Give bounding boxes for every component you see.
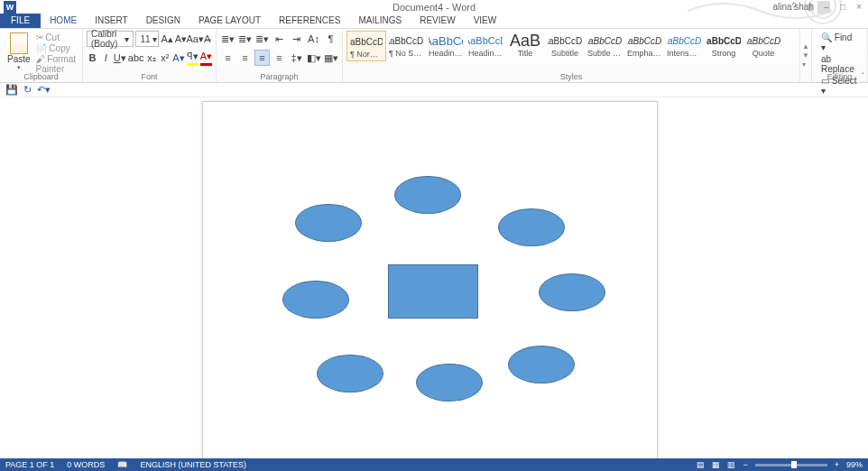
align-right-button[interactable]: ≡: [254, 50, 270, 66]
restore-icon[interactable]: □: [836, 2, 850, 13]
ribbon-options-icon[interactable]: ▯: [803, 2, 817, 13]
multilevel-button[interactable]: ≣▾: [254, 31, 270, 47]
zoom-slider[interactable]: [755, 464, 827, 466]
format-painter-button[interactable]: 🖌 Format Painter: [36, 54, 77, 74]
decrease-indent-button[interactable]: ⇤: [272, 31, 287, 47]
status-bar: PAGE 1 OF 1 0 WORDS 📖 ENGLISH (UNITED ST…: [0, 458, 868, 471]
ribbon-tabs: FILE HOME INSERT DESIGN PAGE LAYOUT REFE…: [0, 14, 868, 29]
style--no-spac-[interactable]: AaBbCcDd¶ No Spac...: [386, 31, 426, 60]
numbering-button[interactable]: ≣▾: [237, 31, 253, 47]
styles-row-down[interactable]: ▼: [802, 51, 809, 60]
editing-group-label: Editing: [827, 72, 853, 81]
style-intense-e-[interactable]: AaBbCcDdIntense E...: [664, 31, 704, 60]
shape-ellipse-1[interactable]: [394, 176, 461, 214]
bullets-button[interactable]: ≣▾: [220, 31, 235, 47]
tab-view[interactable]: VIEW: [465, 14, 506, 28]
shrink-font-button[interactable]: A▾: [175, 31, 187, 47]
font-color-button[interactable]: A▾: [200, 50, 212, 66]
quick-access-toolbar: 💾 ↻ ↶▾: [0, 83, 868, 97]
justify-button[interactable]: ≡: [272, 50, 287, 66]
zoom-level[interactable]: 99%: [846, 460, 863, 469]
shape-ellipse-6[interactable]: [317, 355, 383, 392]
word-count[interactable]: 0 WORDS: [67, 460, 105, 469]
shape-ellipse-2[interactable]: [295, 204, 362, 242]
language-indicator[interactable]: ENGLISH (UNITED STATES): [140, 460, 246, 469]
close-icon[interactable]: ×: [852, 2, 866, 13]
save-icon[interactable]: 💾: [5, 84, 18, 96]
style-quote[interactable]: AaBbCcDdQuote: [743, 31, 783, 60]
document-area[interactable]: [0, 97, 868, 458]
font-size-select[interactable]: 11 ▾: [135, 31, 159, 47]
zoom-out-button[interactable]: −: [743, 460, 747, 469]
clear-formatting-button[interactable]: A̶: [203, 31, 212, 47]
style-strong[interactable]: AaBbCcDdStrong: [704, 31, 743, 60]
underline-button[interactable]: U▾: [114, 50, 126, 66]
highlight-button[interactable]: ꟼ▾: [187, 50, 199, 66]
bold-button[interactable]: B: [87, 50, 98, 66]
sort-button[interactable]: A↕: [306, 31, 321, 47]
show-marks-button[interactable]: ¶: [323, 31, 338, 47]
shading-button[interactable]: ◧▾: [306, 50, 321, 66]
web-layout-icon[interactable]: ▥: [727, 460, 735, 469]
shape-rectangle[interactable]: [388, 264, 478, 319]
page-indicator[interactable]: PAGE 1 OF 1: [5, 460, 54, 469]
tab-page-layout[interactable]: PAGE LAYOUT: [189, 14, 270, 28]
copy-button[interactable]: 📄 Copy: [36, 43, 77, 53]
tab-file[interactable]: FILE: [0, 14, 41, 28]
help-icon[interactable]: ?: [787, 2, 801, 13]
styles-group-label: Styles: [560, 72, 583, 81]
tab-references[interactable]: REFERENCES: [270, 14, 349, 28]
style-title[interactable]: AaBTitle: [505, 31, 545, 60]
shape-ellipse-7[interactable]: [416, 364, 483, 402]
styles-gallery[interactable]: AaBbCcDd¶ NormalAaBbCcDd¶ No Spac...AaBb…: [346, 31, 796, 61]
style-subtitle[interactable]: AaBbCcDdSubtitle: [545, 31, 585, 60]
page[interactable]: [202, 101, 658, 458]
styles-row-up[interactable]: ▲: [802, 42, 809, 51]
shape-ellipse-3[interactable]: [498, 208, 565, 246]
style--normal[interactable]: AaBbCcDd¶ Normal: [346, 31, 386, 61]
tab-mailings[interactable]: MAILINGS: [349, 14, 411, 28]
style-emphasis[interactable]: AaBbCcDdEmphasis: [624, 31, 664, 60]
undo-icon[interactable]: ↶▾: [37, 84, 51, 96]
tab-home[interactable]: HOME: [41, 14, 86, 28]
style-heading-2[interactable]: AaBbCcDHeading 2: [466, 31, 505, 60]
borders-button[interactable]: ▦▾: [323, 50, 338, 66]
tab-insert[interactable]: INSERT: [86, 14, 137, 28]
change-case-button[interactable]: Aa▾: [189, 31, 201, 47]
word-logo: W: [4, 1, 16, 14]
styles-more[interactable]: ▾: [802, 60, 809, 69]
increase-indent-button[interactable]: ⇥: [289, 31, 304, 47]
print-layout-icon[interactable]: ▦: [712, 460, 720, 469]
style-subtle-em-[interactable]: AaBbCcDdSubtle Em...: [585, 31, 624, 60]
clipboard-icon: [10, 32, 28, 54]
font-name-select[interactable]: Calibri (Body) ▾: [87, 31, 134, 47]
cut-button[interactable]: ✂ Cut: [36, 32, 77, 42]
clipboard-group-label: Clipboard: [23, 72, 59, 81]
text-effects-button[interactable]: A▾: [172, 50, 184, 66]
replace-button[interactable]: ab Replace: [821, 54, 858, 74]
align-left-button[interactable]: ≡: [220, 50, 235, 66]
tab-design[interactable]: DESIGN: [137, 14, 189, 28]
repeat-icon[interactable]: ↻: [23, 84, 32, 96]
line-spacing-button[interactable]: ‡▾: [289, 50, 304, 66]
grow-font-button[interactable]: A▴: [161, 31, 172, 47]
align-center-button[interactable]: ≡: [237, 50, 253, 66]
read-mode-icon[interactable]: ▤: [697, 460, 705, 469]
shape-ellipse-8[interactable]: [508, 346, 575, 383]
strikethrough-button[interactable]: abc: [128, 50, 144, 66]
find-button[interactable]: 🔍 Find ▾: [821, 32, 858, 52]
subscript-button[interactable]: x₂: [146, 50, 158, 66]
shape-ellipse-4[interactable]: [282, 281, 349, 319]
paste-button[interactable]: Paste ▾: [4, 31, 34, 76]
style-heading-1[interactable]: AaBbCcHeading 1: [426, 31, 466, 60]
collapse-ribbon-icon[interactable]: ˆ: [862, 71, 864, 80]
tab-review[interactable]: REVIEW: [411, 14, 464, 28]
italic-button[interactable]: I: [100, 50, 112, 66]
ribbon: Paste ▾ ✂ Cut 📄 Copy 🖌 Format Painter Cl…: [0, 29, 868, 83]
minimize-icon[interactable]: –: [819, 2, 834, 13]
superscript-button[interactable]: x²: [159, 50, 171, 66]
shape-ellipse-5[interactable]: [539, 273, 605, 311]
zoom-in-button[interactable]: +: [835, 460, 839, 469]
spellcheck-icon[interactable]: 📖: [117, 460, 127, 469]
font-group-label: Font: [141, 72, 157, 81]
